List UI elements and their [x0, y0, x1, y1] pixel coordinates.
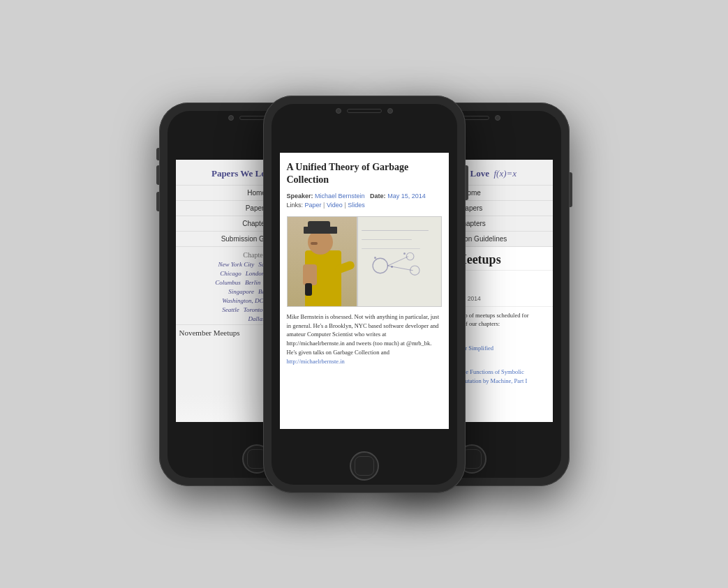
svg-line-2: [388, 266, 413, 271]
chapter-chicago[interactable]: Chicago: [220, 270, 242, 277]
chapter-london[interactable]: London: [246, 270, 265, 277]
article-body-text: Mike Bernstein is obsessed. Not with any…: [287, 313, 440, 356]
chapter-berlin[interactable]: Berlin: [245, 279, 261, 286]
silent-switch: [156, 148, 159, 160]
camera-dot: [228, 115, 234, 121]
links-label: Links:: [287, 202, 304, 209]
right-camera-dot-right: [495, 115, 500, 121]
speaker-label: Speaker:: [287, 193, 313, 199]
article-screen: A Unified Theory of Garbage Collection S…: [280, 153, 449, 429]
article-url-link[interactable]: http://michaelrbernste.in: [287, 358, 345, 365]
volume-up-button: [156, 165, 159, 185]
speaker-link[interactable]: Michael Bernstein: [315, 193, 365, 199]
slides-link[interactable]: Slides: [348, 202, 365, 209]
chapter-singapore[interactable]: Singapore: [228, 288, 254, 295]
center-phone: A Unified Theory of Garbage Collection S…: [263, 96, 466, 493]
chapter-seattle[interactable]: Seattle: [222, 306, 239, 313]
article-body: Mike Bernstein is obsessed. Not with any…: [287, 312, 442, 366]
center-home-button[interactable]: [350, 451, 379, 481]
date-label: Date:: [370, 193, 386, 199]
volume-down-button: [156, 192, 159, 211]
chapter-washdc[interactable]: Washington, DC: [222, 297, 263, 304]
chapter-columbus[interactable]: Columbus: [215, 279, 241, 286]
article-meta: Speaker: Michael Bernstein Date: May 15,…: [287, 192, 442, 211]
chapter-toronto[interactable]: Toronto: [244, 306, 263, 313]
svg-point-0: [373, 259, 388, 273]
video-link[interactable]: Video: [327, 202, 343, 209]
center-phone-screen: A Unified Theory of Garbage Collection S…: [280, 153, 449, 429]
center-speaker-grille: [347, 109, 382, 113]
date-link[interactable]: May 15, 2014: [387, 193, 426, 199]
paper-link[interactable]: Paper: [305, 202, 322, 209]
center-home-button-inner: [355, 456, 374, 476]
scene: Papers We Love f(x)=x Home Papers Chapte…: [15, 15, 713, 573]
center-phone-top-bar: [336, 108, 393, 114]
center-camera-dot: [336, 108, 341, 114]
svg-line-1: [388, 257, 408, 266]
article-title: A Unified Theory of Garbage Collection: [287, 161, 442, 186]
center-phone-inner: A Unified Theory of Garbage Collection S…: [272, 104, 457, 485]
chapter-nyc[interactable]: New York City: [218, 261, 255, 268]
article-image: [287, 216, 442, 307]
center-camera-dot-right: [387, 108, 393, 114]
right-logo-math: f(x)=x: [493, 168, 517, 179]
